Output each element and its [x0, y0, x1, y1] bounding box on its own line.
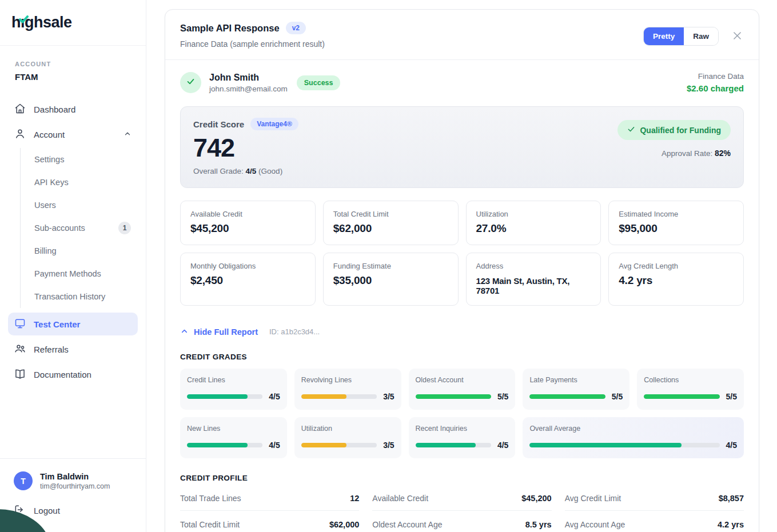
grade-label: Collections: [644, 376, 737, 384]
credit-profile-heading: CREDIT PROFILE: [180, 474, 744, 482]
api-response-panel: Sample API Response v2 Finance Data (sam…: [165, 9, 759, 532]
profile-value: $45,200: [521, 494, 551, 503]
credit-score-label: Credit Score: [193, 119, 244, 129]
credit-score-value: 742: [193, 134, 298, 162]
status-badge: Success: [297, 75, 341, 90]
sidebar-item-transaction-history[interactable]: Transaction History: [21, 285, 138, 308]
stat-value: 27.0%: [476, 222, 591, 235]
sub-item-label: Billing: [34, 246, 57, 255]
profile-label: Avg Credit Limit: [565, 494, 621, 503]
user-row: T Tim Baldwin tim@fourthirtyam.com: [14, 471, 132, 490]
account-block: ACCOUNT FTAM: [0, 46, 146, 87]
pretty-button[interactable]: Pretty: [644, 27, 684, 45]
stat-card-avg-credit-length: Avg Credit Length 4.2 yrs: [608, 253, 744, 306]
monitor-icon: [14, 318, 26, 331]
sidebar-item-dashboard[interactable]: Dashboard: [8, 98, 138, 121]
sidebar-item-documentation[interactable]: Documentation: [8, 363, 138, 386]
grade-score: 5/5: [497, 392, 508, 401]
stat-value: $95,000: [619, 222, 734, 235]
credit-grades-heading: CREDIT GRADES: [180, 353, 744, 361]
grade-card-overall-average: Overall Average 4/5: [523, 417, 744, 458]
count-badge: 1: [118, 222, 131, 234]
grade-card-revolving-lines: Revolving Lines 3/5: [294, 369, 401, 410]
sidebar-item-sub-accounts[interactable]: Sub-accounts 1: [21, 217, 138, 239]
avatar: T: [14, 471, 33, 490]
profile-row-available-credit: Available Credit $45,200: [372, 485, 551, 511]
grade-card-collections: Collections 5/5: [637, 369, 744, 410]
sidebar-item-billing[interactable]: Billing: [21, 239, 138, 262]
panel-body: John Smith john.smith@email.com Success …: [165, 60, 759, 532]
credit-score-card: Credit Score Vantage4® 742 Overall Grade…: [180, 106, 744, 188]
stat-value: $62,000: [333, 222, 448, 235]
profile-value: 8.5 yrs: [525, 520, 552, 529]
approval-label: Approval Rate:: [662, 149, 712, 158]
stat-label: Avg Credit Length: [619, 262, 734, 270]
grade-label: Overall Grade:: [193, 167, 244, 175]
grade-card-recent-inquiries: Recent Inquiries 4/5: [409, 417, 516, 458]
progress-bar: [529, 443, 719, 447]
sidebar-item-users[interactable]: Users: [21, 194, 138, 217]
close-button[interactable]: [731, 29, 744, 44]
stat-card-address: Address 123 Main St, Austin, TX, 78701: [466, 253, 601, 306]
qualified-label: Qualified for Funding: [640, 126, 721, 135]
sidebar-footer: T Tim Baldwin tim@fourthirtyam.com Logou…: [0, 458, 146, 532]
user-email: tim@fourthirtyam.com: [40, 482, 110, 490]
progress-bar: [187, 443, 262, 447]
stat-card-available-credit: Available Credit $45,200: [180, 201, 316, 245]
account-sub-list: Settings API Keys Users Sub-accounts 1 B…: [20, 148, 138, 308]
account-name: FTAM: [15, 72, 131, 82]
progress-bar: [529, 394, 605, 399]
sidebar-item-referrals[interactable]: Referrals: [8, 338, 138, 361]
stat-label: Address: [476, 262, 591, 270]
grade-score: 4/5: [269, 392, 280, 401]
credit-profile-grid: Total Trade Lines 12 Available Credit $4…: [180, 485, 744, 532]
hide-full-report-button[interactable]: Hide Full Report: [180, 327, 258, 337]
logout-button[interactable]: Logout: [14, 504, 132, 517]
progress-bar: [301, 443, 377, 447]
stat-value: 4.2 yrs: [619, 274, 734, 287]
progress-bar: [416, 394, 491, 399]
grade-score: 3/5: [383, 392, 394, 401]
logo-check-icon: [19, 11, 29, 26]
stat-card-monthly-obligations: Monthly Obligations $2,450: [180, 253, 316, 306]
sidebar-item-api-keys[interactable]: API Keys: [21, 171, 138, 194]
grade-card-credit-lines: Credit Lines 4/5: [180, 369, 287, 410]
grade-label: Overall Average: [529, 425, 737, 433]
check-icon: [627, 125, 635, 135]
logo-area: hıghsale: [0, 0, 146, 46]
sub-item-label: Transaction History: [34, 292, 105, 301]
progress-bar: [187, 394, 262, 399]
sidebar-item-settings[interactable]: Settings: [21, 148, 138, 171]
score-model-badge: Vantage4®: [250, 118, 298, 130]
sidebar-item-account[interactable]: Account: [8, 123, 138, 146]
profile-label: Oldest Account Age: [372, 520, 442, 529]
grade-label: Credit Lines: [187, 376, 280, 384]
book-icon: [14, 368, 26, 381]
main-area: Sample API Response v2 Finance Data (sam…: [146, 0, 777, 532]
sidebar-item-test-center[interactable]: Test Center: [8, 313, 138, 335]
stat-card-funding-estimate: Funding Estimate $35,000: [323, 253, 459, 306]
grade-label: New Lines: [187, 425, 280, 433]
grade-score: 4/5: [726, 441, 737, 450]
raw-button[interactable]: Raw: [684, 27, 718, 45]
approval-rate-line: Approval Rate: 82%: [662, 149, 731, 158]
stat-value: $45,200: [190, 222, 305, 235]
sub-item-label: Payment Methods: [34, 269, 101, 278]
profile-label: Total Trade Lines: [180, 494, 241, 503]
overall-grade-line: Overall Grade: 4/5 (Good): [193, 167, 298, 175]
sidebar-item-label: Dashboard: [34, 105, 75, 114]
stat-value: $35,000: [333, 274, 448, 287]
profile-row-total-credit-limit: Total Credit Limit $62,000: [180, 511, 359, 532]
grade-score: 4/5: [497, 441, 508, 450]
version-badge: v2: [286, 22, 306, 34]
profile-value: $8,857: [719, 494, 744, 503]
sidebar-item-payment-methods[interactable]: Payment Methods: [21, 262, 138, 285]
person-icon: [14, 128, 26, 141]
report-id: ID: a1b2c3d4...: [269, 327, 320, 336]
profile-row-oldest-account-age: Oldest Account Age 8.5 yrs: [372, 511, 551, 532]
grade-value: 4/5: [246, 167, 257, 175]
panel-title: Sample API Response: [180, 23, 280, 34]
stats-grid: Available Credit $45,200 Total Credit Li…: [180, 201, 744, 306]
grade-label: Late Payments: [529, 376, 623, 384]
profile-value: 12: [350, 494, 359, 503]
